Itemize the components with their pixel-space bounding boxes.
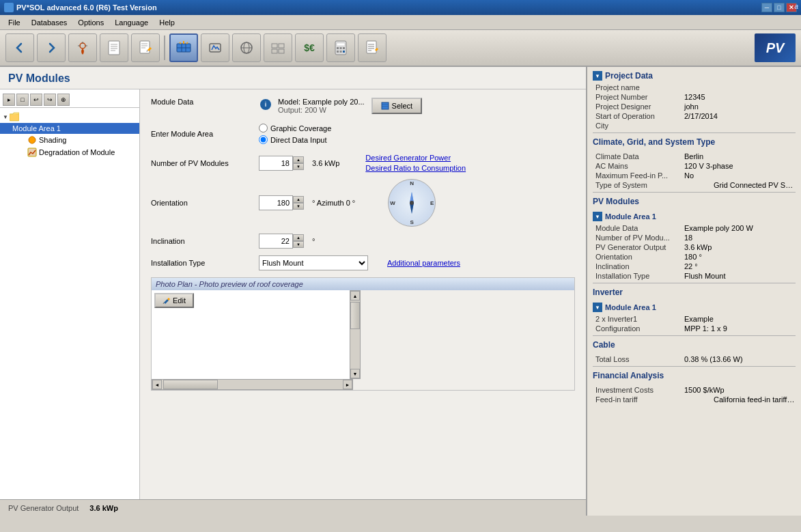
report-button[interactable] — [358, 33, 387, 62]
app-icon — [4, 3, 14, 12]
tree-btn-new[interactable]: ⊕ — [57, 94, 70, 106]
configuration-row: Configuration MPP 1: 1 x 9 — [595, 324, 796, 333]
scroll-up-btn[interactable]: ▲ — [350, 291, 360, 300]
menu-help[interactable]: Help — [154, 17, 180, 28]
orientation-down[interactable]: ▼ — [293, 203, 304, 210]
toolbar-sep-1 — [164, 36, 165, 60]
app-logo: a PV — [755, 33, 796, 62]
pv-module-area-header-row: ▼ Module Area 1 — [593, 212, 796, 221]
edit-button-label: Edit — [173, 296, 186, 305]
finance-button[interactable]: $€ — [295, 33, 324, 62]
additional-params-link[interactable]: Additional parameters — [387, 259, 460, 267]
menu-options[interactable]: Options — [72, 17, 109, 28]
loads-button[interactable] — [232, 33, 261, 62]
photo-plan-inner[interactable]: Edit — [152, 290, 350, 379]
radio-direct-input[interactable] — [259, 135, 268, 144]
select-button[interactable]: Select — [371, 98, 423, 114]
inclination-suffix: ° — [312, 237, 315, 245]
project-designer-label: Project Designer — [595, 102, 684, 111]
radio-graphic-input[interactable] — [259, 124, 268, 132]
feed-in-row: Feed-in tariff California feed-in tariff… — [595, 395, 796, 404]
num-pv-modules-up[interactable]: ▲ — [293, 156, 304, 163]
configuration-value: MPP 1: 1 x 9 — [684, 324, 796, 333]
tree-item-module-area-label: Module Area 1 — [12, 124, 61, 132]
project-number-label: Project Number — [595, 93, 684, 101]
tree-btn-redo[interactable]: ↪ — [44, 94, 56, 106]
edit-doc-button[interactable] — [131, 33, 160, 62]
tree-item-degradation[interactable]: Degradation of Module — [11, 146, 139, 158]
document-button[interactable] — [100, 33, 128, 62]
tree-item-shading[interactable]: Shading — [11, 134, 139, 146]
pv-inclination-value: 22 ° — [684, 262, 796, 270]
grid-button[interactable] — [264, 33, 292, 62]
calc-button[interactable] — [326, 33, 355, 62]
installation-type-select[interactable]: Flush Mount Free Standing Integrated — [259, 255, 368, 270]
tree-btn-add[interactable]: ▸ — [3, 94, 15, 106]
info-icon[interactable]: i — [260, 99, 271, 110]
project-name-row: Project name — [595, 83, 796, 92]
tree-btn-undo[interactable]: ↩ — [30, 94, 42, 106]
desired-ratio-link[interactable]: Desired Ratio to Consumption — [365, 164, 466, 172]
vertical-scrollbar[interactable]: ▲ ▼ — [350, 290, 361, 379]
start-of-operation-label: Start of Operation — [595, 112, 684, 120]
enter-module-area-row: Enter Module Area Graphic Coverage Direc… — [151, 124, 575, 144]
forward-button[interactable] — [37, 33, 66, 62]
degradation-icon — [27, 148, 37, 157]
compass: N S E W — [388, 179, 436, 227]
back-button[interactable] — [5, 33, 34, 62]
pv-module-area-collapse[interactable]: ▼ — [593, 212, 602, 221]
menu-language[interactable]: Language — [109, 17, 154, 28]
inverter-button[interactable] — [201, 33, 229, 62]
scroll-right-btn[interactable]: ► — [343, 380, 352, 389]
inverter-area-collapse[interactable]: ▼ — [593, 303, 602, 312]
orientation-up[interactable]: ▲ — [293, 196, 304, 203]
cable-right-section: Cable Total Loss 0.38 % (13.66 W) — [593, 339, 796, 363]
edit-button[interactable]: Edit — [154, 293, 194, 308]
menu-databases[interactable]: Databases — [26, 17, 73, 28]
inclination-up[interactable]: ▲ — [293, 234, 304, 241]
scroll-h-thumb[interactable] — [163, 380, 218, 389]
title-bar: PV*SOL advanced 6.0 (R6) Test Version ─ … — [0, 0, 801, 15]
pv-modules-fields: Module Data Example poly 200 W Number of… — [595, 224, 796, 280]
photo-plan-body: Edit ▲ ▼ — [152, 290, 574, 379]
pv-installation-row: Installation Type Flush Mount — [595, 272, 796, 280]
svg-rect-37 — [367, 41, 376, 53]
inclination-down[interactable]: ▼ — [293, 241, 304, 248]
photo-plan-wrapper: Photo Plan - Photo preview of roof cover… — [151, 277, 575, 391]
num-pv-modules-input[interactable] — [259, 156, 293, 171]
svg-rect-30 — [337, 43, 345, 46]
scroll-left-btn[interactable]: ◄ — [152, 380, 162, 389]
minimize-button[interactable]: ─ — [761, 3, 772, 12]
pv-inclination-row: Inclination 22 ° — [595, 262, 796, 270]
num-pv-modules-down[interactable]: ▼ — [293, 163, 304, 170]
inverter-area-row: ▼ Module Area 1 — [593, 303, 796, 312]
tree-btn-square[interactable]: □ — [16, 94, 29, 106]
desired-generator-power-link[interactable]: Desired Generator Power — [365, 154, 466, 162]
pv-num-modules-row: Number of PV Modu... 18 — [595, 234, 796, 242]
photo-plan-header: Photo Plan - Photo preview of roof cover… — [152, 278, 574, 290]
orientation-input[interactable] — [259, 195, 293, 210]
radio-graphic[interactable]: Graphic Coverage — [259, 124, 331, 132]
pv-modules-button[interactable] — [169, 33, 198, 62]
location-button[interactable] — [68, 33, 97, 62]
output-value: Output: 200 W — [278, 106, 365, 114]
installation-type-row: Installation Type Flush Mount Free Stand… — [151, 255, 575, 270]
climate-grid-header: Climate, Grid, and System Type — [593, 137, 715, 147]
horizontal-scrollbar[interactable]: ◄ ► — [152, 379, 353, 390]
status-value: 3.6 kWp — [89, 504, 118, 512]
climate-data-row: Climate Data Berlin — [595, 152, 796, 160]
scroll-v-thumb[interactable] — [350, 302, 360, 329]
radio-direct[interactable]: Direct Data Input — [259, 135, 331, 144]
maximize-button[interactable]: □ — [774, 3, 785, 12]
inverter-right-header: Inverter — [593, 288, 623, 297]
tree-item-module-area[interactable]: Module Area 1 — [0, 123, 139, 134]
svg-rect-9 — [140, 41, 150, 53]
scroll-down-btn[interactable]: ▼ — [350, 369, 360, 378]
menu-file[interactable]: File — [3, 17, 26, 28]
max-feed-in-value: No — [684, 171, 796, 180]
project-data-fields: Project name Project Number 12345 Projec… — [595, 83, 796, 130]
project-data-collapse[interactable]: ▼ — [593, 71, 602, 81]
project-data-header-row: ▼ Project Data — [593, 71, 796, 81]
type-of-system-row: Type of System Grid Connected PV System … — [595, 181, 796, 189]
inclination-input[interactable] — [259, 234, 293, 249]
